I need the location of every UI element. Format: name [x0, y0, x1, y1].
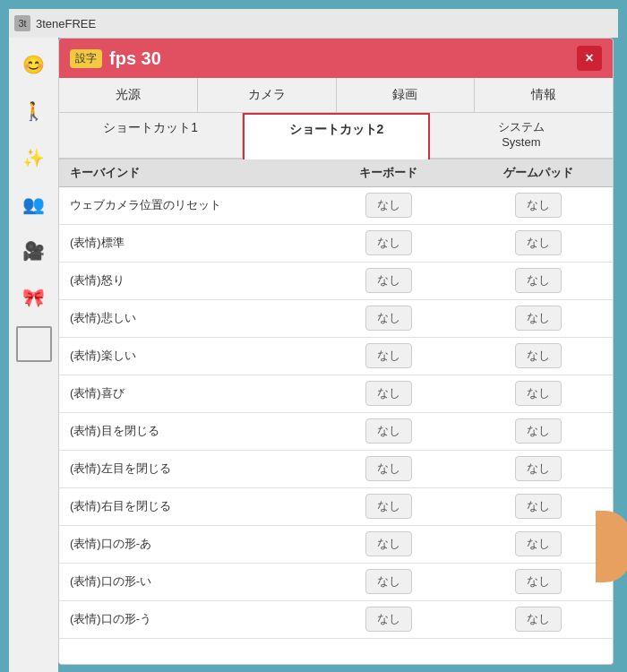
row-keyboard-2[interactable]: なし — [314, 268, 463, 293]
row-gamepad-4[interactable]: なし — [463, 343, 613, 368]
tab-system[interactable]: システム System — [430, 113, 613, 158]
close-button[interactable]: × — [577, 46, 602, 71]
row-keybind-10: (表情)口の形-い — [59, 573, 314, 590]
row-gamepad-0[interactable]: なし — [463, 193, 613, 218]
table-row: (表情)左目を閉じる なし なし — [59, 451, 613, 488]
table-body: ウェブカメラ位置のリセット なし なし (表情)標準 なし なし (表情)怒り … — [59, 187, 613, 664]
table-row: (表情)楽しい なし なし — [59, 338, 613, 375]
keyboard-btn-3[interactable]: なし — [365, 306, 412, 331]
table-row: (表情)口の形-あ なし なし — [59, 526, 613, 564]
tabs-row1: 光源 カメラ 録画 情報 — [59, 78, 613, 113]
table-header: キーバインド キーボード ゲームパッド — [59, 159, 613, 187]
row-keybind-7: (表情)左目を閉じる — [59, 461, 314, 477]
table-row: (表情)標準 なし なし — [59, 225, 613, 263]
row-gamepad-6[interactable]: なし — [463, 418, 613, 444]
table-row: (表情)怒り なし なし — [59, 263, 613, 300]
dialog-header: 設字 fps 30 × — [59, 39, 613, 78]
tab-camera[interactable]: カメラ — [198, 78, 337, 112]
keyboard-btn-9[interactable]: なし — [365, 531, 412, 556]
gamepad-btn-0[interactable]: なし — [515, 193, 562, 218]
sidebar: 😊 🚶 ✨ 👥 🎥 🎀 — [9, 38, 58, 672]
row-gamepad-5[interactable]: なし — [463, 381, 613, 406]
sidebar-item-group[interactable]: 👥 — [16, 186, 52, 222]
row-keybind-2: (表情)怒り — [59, 272, 314, 289]
gamepad-btn-11[interactable]: なし — [515, 607, 562, 632]
row-keybind-8: (表情)右目を閉じる — [59, 498, 314, 514]
row-keyboard-10[interactable]: なし — [314, 569, 463, 594]
system-tab-label-en: System — [502, 135, 540, 149]
gamepad-btn-6[interactable]: なし — [515, 418, 562, 444]
gamepad-btn-3[interactable]: なし — [515, 306, 562, 331]
tab-light[interactable]: 光源 — [59, 78, 198, 112]
keyboard-btn-11[interactable]: なし — [365, 607, 412, 632]
table-row: (表情)右目を閉じる なし なし — [59, 488, 613, 526]
keyboard-btn-1[interactable]: なし — [365, 230, 412, 255]
keyboard-btn-8[interactable]: なし — [365, 494, 412, 519]
gamepad-btn-4[interactable]: なし — [515, 343, 562, 368]
app-icon: 3t — [14, 15, 30, 31]
row-keyboard-8[interactable]: なし — [314, 494, 463, 519]
row-keybind-9: (表情)口の形-あ — [59, 536, 314, 552]
titlebar: 3t 3teneFREE — [9, 9, 618, 38]
tab-info[interactable]: 情報 — [475, 78, 613, 112]
row-gamepad-1[interactable]: なし — [463, 230, 613, 255]
row-gamepad-11[interactable]: なし — [463, 607, 613, 632]
row-gamepad-2[interactable]: なし — [463, 268, 613, 293]
gamepad-btn-10[interactable]: なし — [515, 569, 562, 594]
keyboard-btn-7[interactable]: なし — [365, 456, 412, 481]
row-keybind-6: (表情)目を閉じる — [59, 423, 314, 439]
tab-shortcut1[interactable]: ショートカット1 — [59, 113, 243, 158]
col-header-gamepad: ゲームパッド — [463, 165, 613, 181]
row-keybind-5: (表情)喜び — [59, 385, 314, 401]
col-header-keyboard: キーボード — [314, 165, 463, 181]
table-row: (表情)目を閉じる なし なし — [59, 413, 613, 451]
gamepad-btn-2[interactable]: なし — [515, 268, 562, 293]
dialog-title: fps 30 — [109, 48, 161, 69]
row-keyboard-4[interactable]: なし — [314, 343, 463, 368]
table-row: (表情)口の形-う なし なし — [59, 601, 613, 639]
settings-icon: 設字 — [70, 49, 102, 68]
gamepad-btn-8[interactable]: なし — [515, 494, 562, 519]
keyboard-btn-10[interactable]: なし — [365, 569, 412, 594]
keyboard-btn-0[interactable]: なし — [365, 193, 412, 218]
row-keyboard-3[interactable]: なし — [314, 306, 463, 331]
gamepad-btn-7[interactable]: なし — [515, 456, 562, 481]
keyboard-btn-2[interactable]: なし — [365, 268, 412, 293]
row-keyboard-6[interactable]: なし — [314, 418, 463, 444]
sidebar-item-ribbon[interactable]: 🎀 — [16, 280, 52, 315]
tabs-row2: ショートカット1 ショートカット2 システム System — [59, 113, 613, 159]
row-keyboard-11[interactable]: なし — [314, 607, 463, 632]
row-keyboard-5[interactable]: なし — [314, 381, 463, 406]
keyboard-btn-5[interactable]: なし — [365, 381, 412, 406]
system-tab-label-jp: システム — [498, 120, 545, 134]
row-keybind-0: ウェブカメラ位置のリセット — [59, 197, 314, 213]
row-keyboard-9[interactable]: なし — [314, 531, 463, 556]
row-keyboard-7[interactable]: なし — [314, 456, 463, 481]
row-gamepad-3[interactable]: なし — [463, 306, 613, 331]
sidebar-item-sparkle[interactable]: ✨ — [16, 140, 52, 176]
sidebar-item-face[interactable]: 😊 — [16, 47, 52, 82]
keyboard-btn-4[interactable]: なし — [365, 343, 412, 368]
gamepad-btn-9[interactable]: なし — [515, 531, 562, 556]
row-keyboard-0[interactable]: なし — [314, 193, 463, 218]
sidebar-item-frame[interactable] — [16, 326, 52, 362]
row-keybind-11: (表情)口の形-う — [59, 611, 314, 627]
gamepad-btn-5[interactable]: なし — [515, 381, 562, 406]
character-figure — [578, 493, 627, 600]
settings-dialog: 設字 fps 30 × 光源 カメラ 録画 情報 ショートカット1 ショートカッ… — [58, 38, 614, 665]
tab-record[interactable]: 録画 — [337, 78, 476, 112]
row-keybind-3: (表情)悲しい — [59, 310, 314, 326]
row-keybind-1: (表情)標準 — [59, 235, 314, 251]
tab-shortcut2[interactable]: ショートカット2 — [243, 113, 429, 159]
keyboard-btn-6[interactable]: なし — [365, 418, 412, 444]
sidebar-item-camera[interactable]: 🎥 — [16, 233, 52, 269]
row-keyboard-1[interactable]: なし — [314, 230, 463, 255]
gamepad-btn-1[interactable]: なし — [515, 230, 562, 255]
table-row: (表情)喜び なし なし — [59, 375, 613, 413]
app-title: 3teneFREE — [36, 17, 96, 30]
row-gamepad-7[interactable]: なし — [463, 456, 613, 481]
table-row: (表情)口の形-い なし なし — [59, 564, 613, 601]
character-arm — [596, 511, 627, 582]
col-header-keybind: キーバインド — [59, 165, 314, 181]
sidebar-item-person[interactable]: 🚶 — [16, 93, 52, 129]
